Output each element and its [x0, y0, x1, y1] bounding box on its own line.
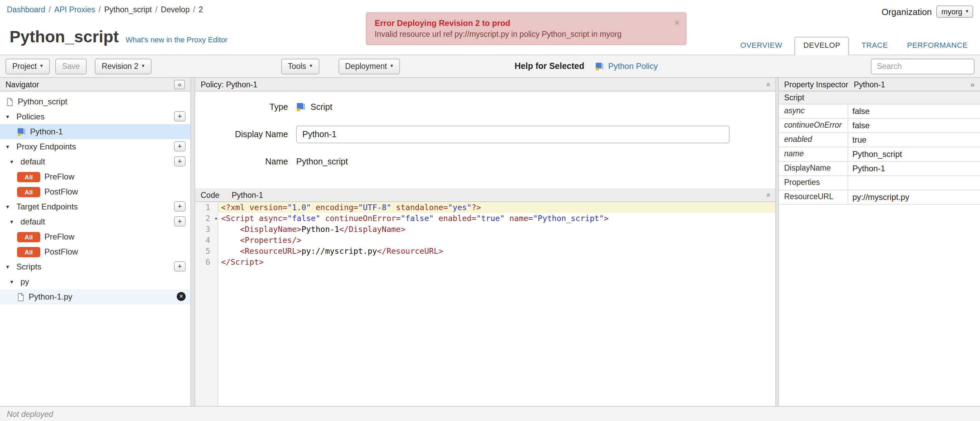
code-token: <?xml version=: [221, 203, 287, 212]
property-value[interactable]: Python-1: [848, 162, 980, 175]
name-label: Name: [195, 157, 296, 167]
triangle-down-icon[interactable]: ▾: [10, 158, 16, 165]
triangle-down-icon[interactable]: ▾: [10, 278, 16, 285]
property-inspector-panel: Property Inspector Python-1 » Script asy…: [778, 78, 980, 406]
navigator-item-target-postflow[interactable]: All PostFlow: [0, 244, 190, 259]
navigator-section-policies[interactable]: ▾ Policies +: [0, 109, 190, 124]
navigator-item-label: PostFlow: [45, 247, 78, 257]
breadcrumb-dashboard[interactable]: Dashboard: [7, 5, 45, 14]
line-number: 5: [195, 246, 218, 257]
code-token: standalone=: [391, 203, 448, 212]
code-token: <Properties/>: [221, 235, 301, 245]
status-bar: Not deployed: [0, 406, 980, 421]
navigator-section-target-endpoints[interactable]: ▾ Target Endpoints +: [0, 199, 190, 214]
navigator-item-proxy-root[interactable]: Python_script: [0, 94, 190, 109]
tab-trace[interactable]: TRACE: [855, 38, 895, 55]
navigator-item-proxy-preflow[interactable]: All PreFlow: [0, 169, 190, 184]
navigator-section-scripts[interactable]: ▾ Scripts +: [0, 259, 190, 274]
code-token: name=: [505, 214, 533, 223]
navigator-item-proxy-default[interactable]: ▾ default +: [0, 154, 190, 169]
tools-menu-label: Tools: [288, 62, 306, 70]
tools-menu-button[interactable]: Tools ▾: [281, 58, 320, 74]
property-value[interactable]: false: [848, 119, 980, 132]
code-header-title: Code: [200, 191, 220, 199]
triangle-down-icon[interactable]: ▾: [6, 203, 12, 210]
breadcrumb-separator: /: [95, 5, 104, 14]
name-value: Python_script: [296, 157, 348, 167]
code-token: "UTF-8": [358, 203, 391, 212]
breadcrumb-revision: 2: [199, 5, 203, 14]
navigator-item-proxy-postflow[interactable]: All PostFlow: [0, 184, 190, 199]
breadcrumb-separator: /: [190, 5, 199, 14]
property-value[interactable]: false: [848, 105, 980, 118]
navigator-section-proxy-endpoints[interactable]: ▾ Proxy Endpoints +: [0, 139, 190, 154]
triangle-down-icon[interactable]: ▾: [6, 143, 12, 150]
code-token: "yes": [448, 203, 472, 212]
navigator-section-py[interactable]: ▾ py: [0, 274, 190, 289]
add-proxy-endpoint-button[interactable]: +: [174, 141, 186, 151]
line-number-text: 2: [205, 214, 210, 223]
breadcrumb-api-proxies[interactable]: API Proxies: [54, 5, 95, 14]
collapse-panel-icon[interactable]: »: [764, 82, 772, 86]
navigator-item-policy-python-1[interactable]: Python-1: [0, 124, 190, 139]
deployment-menu-button[interactable]: Deployment ▾: [338, 58, 400, 74]
property-value[interactable]: [848, 176, 980, 190]
property-name: continueOnError: [779, 119, 848, 132]
policy-form: Type Script Display Name Name Python_scr…: [195, 91, 775, 188]
triangle-down-icon[interactable]: ▾: [10, 218, 16, 225]
type-label: Type: [195, 102, 296, 112]
code-token: "false": [287, 214, 320, 223]
navigator-title: Navigator: [5, 80, 39, 88]
navigator-item-target-preflow[interactable]: All PreFlow: [0, 229, 190, 244]
type-row: Type Script: [195, 102, 775, 112]
breadcrumb-separator: /: [152, 5, 161, 14]
add-script-button[interactable]: +: [174, 261, 186, 272]
code-line: 5 <ResourceURL>py://myscript.py</Resourc…: [195, 246, 775, 257]
inspector-section-script: Script: [779, 91, 980, 105]
property-row: enabled true: [779, 133, 980, 148]
navigator-item-python-1-py[interactable]: Python-1.py ✕: [0, 289, 190, 304]
save-button[interactable]: Save: [55, 58, 87, 74]
property-value[interactable]: py://myscript.py: [848, 191, 980, 204]
code-token: py://myscript.py: [301, 246, 377, 256]
code-line-content: </Script>: [218, 257, 775, 267]
add-flow-button[interactable]: +: [174, 216, 186, 227]
triangle-down-icon[interactable]: ▾: [6, 113, 12, 120]
navigator-panel: Navigator « Python_script ▾ Policies + P…: [0, 78, 190, 406]
whats-new-link[interactable]: What's new in the Proxy Editor: [126, 35, 228, 44]
property-value[interactable]: Python_script: [848, 148, 980, 161]
code-editor[interactable]: 1 <?xml version="1.0" encoding="UTF-8" s…: [195, 202, 775, 406]
search-input[interactable]: [871, 58, 975, 74]
caret-down-icon: ▾: [390, 64, 393, 69]
add-flow-button[interactable]: +: [174, 156, 186, 167]
remove-script-icon[interactable]: ✕: [177, 292, 186, 301]
code-token: enabled=: [434, 214, 476, 223]
code-fold-icon[interactable]: ▾: [214, 214, 218, 224]
python-policy-help-link[interactable]: Python Policy: [595, 61, 657, 71]
display-name-input[interactable]: [296, 126, 730, 143]
organization-label: Organization: [881, 6, 932, 17]
org-select[interactable]: myorg ▾: [937, 5, 973, 18]
code-token: continueOnError=: [320, 214, 401, 223]
code-line-content: <Script async="false" continueOnError="f…: [218, 213, 775, 224]
right-splitter-handle[interactable]: [775, 78, 778, 406]
collapse-left-icon[interactable]: «: [174, 79, 185, 89]
triangle-down-icon[interactable]: ▾: [6, 264, 12, 270]
close-icon[interactable]: ×: [674, 18, 680, 27]
project-menu-button[interactable]: Project ▾: [5, 58, 50, 74]
navigator-item-target-default[interactable]: ▾ default +: [0, 214, 190, 229]
add-target-endpoint-button[interactable]: +: [174, 201, 186, 211]
toolbar: Project ▾ Save Revision 2 ▾ Tools ▾ Depl…: [0, 55, 980, 78]
revision-menu-button[interactable]: Revision 2 ▾: [95, 58, 151, 74]
expand-right-icon[interactable]: »: [970, 80, 975, 88]
expand-code-icon[interactable]: »: [764, 193, 772, 197]
left-splitter-handle[interactable]: [190, 78, 195, 406]
main-area: Navigator « Python_script ▾ Policies + P…: [0, 78, 980, 406]
caret-down-icon: ▾: [966, 9, 969, 14]
property-value[interactable]: true: [848, 133, 980, 147]
line-number: 4: [195, 235, 218, 246]
tab-performance[interactable]: PERFORMANCE: [900, 38, 975, 55]
add-policy-button[interactable]: +: [174, 111, 186, 121]
tab-develop[interactable]: DEVELOP: [795, 37, 849, 55]
tab-overview[interactable]: OVERVIEW: [733, 38, 789, 55]
